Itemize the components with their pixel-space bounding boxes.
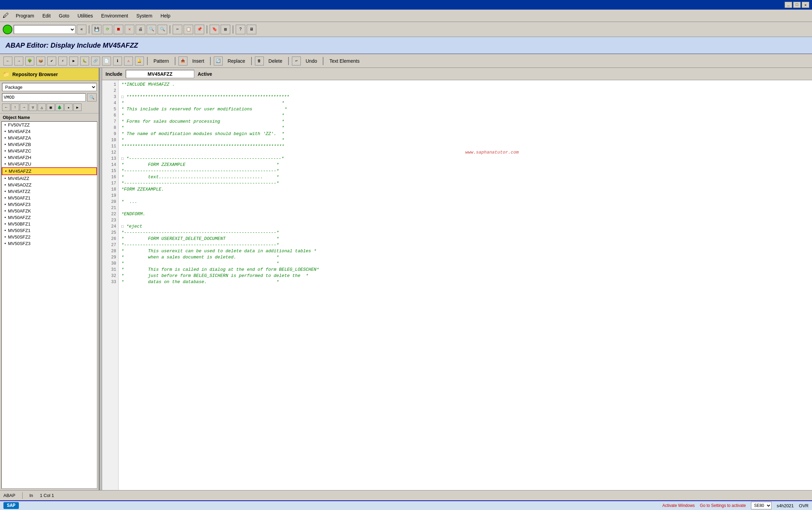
editor-body[interactable]: 1234567891011121314151617181920212223242… [102, 80, 812, 490]
back-btn[interactable]: ← [3, 57, 12, 65]
package-input[interactable] [2, 93, 86, 101]
nav-expand-btn[interactable]: △ [38, 104, 46, 111]
code-line[interactable]: * * [121, 260, 809, 267]
code-line[interactable]: * FORM ZZEXAMPLE * [121, 162, 809, 168]
list-item[interactable]: •MV45AFZH [2, 154, 97, 161]
delete-icon[interactable]: 🗑 [255, 57, 264, 65]
list-item[interactable]: •MV50AFZK [2, 208, 97, 214]
list-item[interactable]: •MV45ATZZ [2, 188, 97, 195]
minimize-button[interactable]: _ [785, 2, 792, 8]
nav-tree-btn[interactable]: 🌲 [56, 104, 64, 111]
error-btn[interactable]: ⚠ [124, 57, 133, 65]
list-item[interactable]: •MV50BFZ1 [2, 221, 97, 227]
client-dropdown[interactable]: SE80 [751, 502, 772, 509]
where-used-btn[interactable]: 🔗 [91, 57, 100, 65]
code-line[interactable]: *FORM ZZEXAMPLE. [121, 186, 809, 193]
code-area[interactable]: **INCLUDE MV45AFZZ .□ ******************… [119, 80, 812, 490]
menu-utilities[interactable]: Utilities [74, 12, 96, 20]
help-icon[interactable]: ? [236, 25, 245, 34]
list-item[interactable]: •MV50AFZ1 [2, 195, 97, 201]
monitor-icon[interactable]: 🖥 [247, 25, 256, 34]
code-line[interactable]: □ *eject [121, 223, 809, 230]
refresh-icon[interactable]: ⟳ [103, 25, 112, 34]
code-line[interactable]: * when a sales document is deleted. * [121, 254, 809, 260]
menu-program[interactable]: Program [12, 12, 38, 20]
command-field[interactable] [14, 25, 75, 34]
list-item[interactable]: •MV50AFZZ [2, 214, 97, 221]
code-line[interactable]: www.saphanatutor.com [121, 149, 809, 156]
list-item[interactable]: •MV45AFZ4 [2, 128, 97, 135]
code-line[interactable]: ****************************************… [121, 143, 809, 149]
code-line[interactable]: * text..................................… [121, 174, 809, 180]
code-line[interactable]: * This form is called in dialog at the e… [121, 267, 809, 273]
list-item[interactable]: •FV50VTZZ [2, 122, 97, 128]
menu-help[interactable]: Help [157, 12, 174, 20]
find-icon[interactable]: 🔍 [147, 25, 156, 34]
cancel-icon[interactable]: ✕ [125, 25, 134, 34]
code-line[interactable]: * Forms for sales document processing * [121, 119, 809, 125]
print-icon[interactable]: 🖨 [136, 25, 145, 34]
nav-forward-btn[interactable]: → [20, 104, 28, 111]
stop-icon[interactable]: ⏹ [114, 25, 123, 34]
obj-btn[interactable]: 📦 [36, 57, 45, 65]
nav-grid-btn[interactable]: ▦ [47, 104, 55, 111]
code-line[interactable]: *---------------------------------------… [121, 242, 809, 248]
fold-icon[interactable]: □ [121, 224, 124, 229]
fold-icon[interactable]: □ [121, 157, 124, 161]
run-btn[interactable]: ▶ [69, 57, 78, 65]
nav-up-btn[interactable]: ↑ [11, 104, 19, 111]
list-item[interactable]: •MV45AFZZ [2, 167, 97, 175]
activate-btn[interactable]: ⚡ [58, 57, 67, 65]
code-line[interactable]: *---------------------------------------… [121, 180, 809, 186]
check-btn[interactable]: ✔ [47, 57, 56, 65]
list-item[interactable]: •MV45AOZZ [2, 182, 97, 188]
bookmark-icon[interactable]: 🔖 [210, 25, 219, 34]
search-btn[interactable]: 🔍 [87, 93, 97, 101]
list-item[interactable]: •MV45AFZA [2, 135, 97, 141]
undo-icon[interactable]: ↩ [292, 57, 301, 65]
code-line[interactable]: □ **************************************… [121, 94, 809, 100]
cut-icon[interactable]: ✂ [173, 25, 182, 34]
list-item[interactable]: •MV50AFZ3 [2, 201, 97, 208]
nav-back-btn[interactable]: ← [2, 104, 10, 111]
code-line[interactable]: * datas on the database. * [121, 279, 809, 285]
close-button[interactable]: ✕ [802, 2, 809, 8]
object-type-dropdown[interactable]: Package [2, 83, 97, 91]
debug-btn[interactable]: 🐛 [80, 57, 89, 65]
list-item[interactable]: •MV45AFZC [2, 148, 97, 154]
list-item[interactable]: •MV45AFZB [2, 141, 97, 148]
warn-btn[interactable]: 🔔 [135, 57, 144, 65]
code-line[interactable] [121, 193, 809, 199]
save-icon[interactable]: 💾 [92, 25, 101, 34]
list-item[interactable]: •MV50SFZ1 [2, 227, 97, 234]
list-item[interactable]: •MV50SFZ3 [2, 240, 97, 247]
copy-icon[interactable]: 📋 [184, 25, 193, 34]
find2-icon[interactable]: 🔍 [158, 25, 167, 34]
menu-environment[interactable]: Environment [98, 12, 132, 20]
replace-icon[interactable]: 🔄 [214, 57, 223, 65]
code-line[interactable]: *---------------------------------------… [121, 168, 809, 174]
code-line[interactable]: *ENDFORM. [121, 211, 809, 217]
nav-filter-btn[interactable]: ▽ [29, 104, 37, 111]
forward-btn[interactable]: → [14, 57, 23, 65]
code-line[interactable]: * ... [121, 199, 809, 205]
history-back-icon[interactable]: « [77, 25, 86, 34]
nav-more-btn[interactable]: ▶ [73, 104, 82, 111]
menu-edit[interactable]: Edit [39, 12, 54, 20]
code-line[interactable]: * * [121, 100, 809, 106]
code-line[interactable]: * just before form BELEG_SICHERN is perf… [121, 273, 809, 279]
paste-icon[interactable]: 📌 [195, 25, 204, 34]
fold-icon[interactable]: □ [121, 95, 124, 99]
code-line[interactable]: * The name of modification modules shoul… [121, 131, 809, 137]
code-line[interactable]: * This include is reserved for user modi… [121, 106, 809, 112]
code-line[interactable] [121, 88, 809, 94]
code-line[interactable]: * * [121, 137, 809, 143]
insert-icon[interactable]: 📥 [179, 57, 187, 65]
list-item[interactable]: •MV45AIZZ [2, 175, 97, 182]
maximize-button[interactable]: □ [793, 2, 801, 8]
nav-star-btn[interactable]: ★ [64, 104, 73, 111]
sap-icon[interactable]: 🖊 [3, 12, 9, 19]
list-item[interactable]: •MV45AFZU [2, 161, 97, 167]
code-line[interactable]: **INCLUDE MV45AFZZ . [121, 82, 809, 88]
code-line[interactable]: * * [121, 125, 809, 131]
